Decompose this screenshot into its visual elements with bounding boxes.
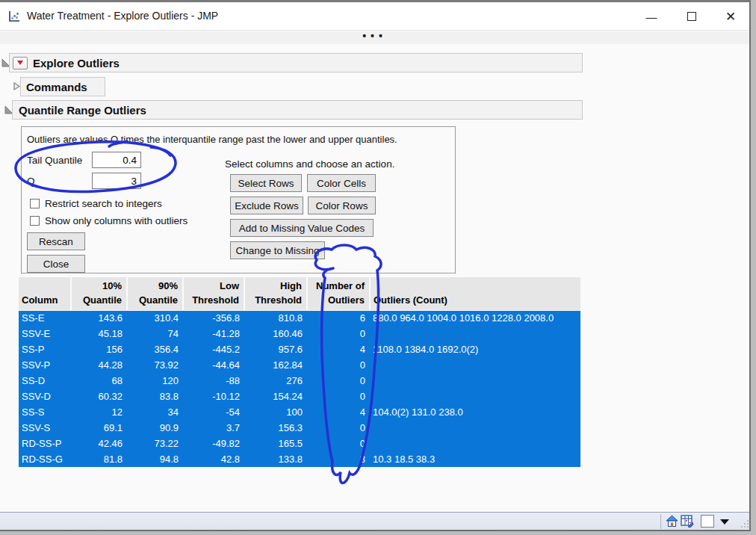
data-table-edit-icon[interactable] [681,515,694,528]
cell-high-threshold[interactable]: 276 [244,373,307,389]
cell-q90[interactable]: 120 [127,373,183,389]
cell-q90[interactable]: 356.4 [127,341,183,357]
explore-outliers-header[interactable]: Explore Outliers [9,53,583,72]
cell-q10[interactable]: 156 [71,341,127,357]
cell-column[interactable]: SS-E [19,310,71,326]
cell-q90[interactable]: 310.4 [127,310,183,326]
cell-number-of-outliers[interactable]: 0 [307,436,370,451]
cell-outliers-list[interactable]: 1108.0 1384.0 1692.0(2) [370,341,580,357]
cell-column[interactable]: RD-SS-P [19,436,71,451]
cell-column[interactable]: SS-D [19,373,71,389]
cell-outliers-list[interactable]: 880.0 964.0 1004.0 1016.0 1228.0 2008.0 [370,310,580,326]
cell-high-threshold[interactable]: 165.5 [244,436,307,451]
column-header-outliers-count[interactable]: Outliers (Count) [370,277,580,310]
cell-q90[interactable]: 94.8 [127,451,183,467]
column-header-low-threshold[interactable]: LowThreshold [183,277,244,310]
q-input[interactable] [92,173,141,189]
cell-q90[interactable]: 90.9 [127,420,183,436]
add-to-missing-value-codes-button[interactable]: Add to Missing Value Codes [230,219,374,237]
cell-outliers-list[interactable]: 104.0(2) 131.0 238.0 [370,404,580,420]
cell-low-threshold[interactable]: -10.12 [183,389,244,404]
dropdown-triangle-icon[interactable] [720,519,729,525]
table-row[interactable]: SS-E 143.6 310.4 -356.8 810.8 6 880.0 96… [19,310,580,326]
cell-q10[interactable]: 69.1 [71,420,127,436]
cell-q90[interactable]: 74 [127,326,183,341]
home-icon[interactable] [666,515,678,528]
cell-column[interactable]: SSV-S [19,420,71,436]
cell-number-of-outliers[interactable]: 4 [307,341,370,357]
cell-outliers-list[interactable] [370,420,580,436]
cell-low-threshold[interactable]: -356.8 [183,310,244,326]
red-triangle-menu-button[interactable] [13,57,28,69]
table-row[interactable]: SS-D 68 120 -88 276 0 [19,373,580,389]
cell-number-of-outliers[interactable]: 0 [307,326,370,341]
column-header-number-of-outliers[interactable]: Number ofOutliers [307,277,370,310]
cell-q10[interactable]: 143.6 [71,310,127,326]
rescan-button[interactable]: Rescan [27,232,85,250]
cell-column[interactable]: SSV-D [19,389,71,404]
cell-low-threshold[interactable]: 3.7 [183,420,244,436]
cell-column[interactable]: SSV-E [19,326,71,341]
cell-outliers-list[interactable] [370,436,580,451]
table-row[interactable]: SS-S 12 34 -54 100 4 104.0(2) 131.0 238.… [19,404,580,420]
change-to-missing-button[interactable]: Change to Missing [230,241,325,259]
quantile-range-outliers-header[interactable]: Quantile Range Outliers [12,100,583,120]
cell-low-threshold[interactable]: -445.2 [183,341,244,357]
cell-number-of-outliers[interactable]: 0 [307,373,370,389]
cell-q90[interactable]: 34 [127,404,183,420]
table-row[interactable]: SSV-S 69.1 90.9 3.7 156.3 0 [19,420,580,436]
maximize-button[interactable] [675,2,709,31]
cell-number-of-outliers[interactable]: 4 [307,404,370,420]
menu-reveal-strip[interactable]: ••• [0,31,749,44]
cell-high-threshold[interactable]: 160.46 [244,326,307,341]
cell-number-of-outliers[interactable]: 0 [307,357,370,373]
cell-column[interactable]: SS-S [19,404,71,420]
menu-dots-handle[interactable]: ••• [362,30,387,42]
cell-q10[interactable]: 60.32 [71,389,127,404]
column-header-q90[interactable]: 90%Quantile [127,277,183,310]
cell-number-of-outliers[interactable]: 0 [307,420,370,436]
cell-high-threshold[interactable]: 162.84 [244,357,307,373]
resize-grip[interactable] [740,519,750,529]
table-row[interactable]: RD-SS-G 81.8 94.8 42.8 133.8 3 10.3 18.5… [19,451,580,467]
cell-q10[interactable]: 44.28 [71,357,127,373]
cell-low-threshold[interactable]: -54 [183,404,244,420]
table-row[interactable]: SSV-P 44.28 73.92 -44.64 162.84 0 [19,357,580,373]
cell-q10[interactable]: 81.8 [71,451,127,467]
color-rows-button[interactable]: Color Rows [308,197,376,214]
table-row[interactable]: SS-P 156 356.4 -445.2 957.6 4 1108.0 138… [19,341,580,357]
close-button[interactable]: Close [27,255,85,273]
cell-low-threshold[interactable]: -44.64 [183,357,244,373]
cell-q10[interactable]: 45.18 [71,326,127,341]
commands-header[interactable]: Commands [20,77,105,96]
cell-q90[interactable]: 73.92 [127,357,183,373]
minimize-button[interactable]: — [634,2,669,31]
cell-number-of-outliers[interactable]: 6 [307,310,370,326]
cell-low-threshold[interactable]: 42.8 [183,451,244,467]
column-header-high-threshold[interactable]: HighThreshold [244,277,307,310]
select-rows-button[interactable]: Select Rows [230,174,302,192]
cell-outliers-list[interactable] [370,373,580,389]
cell-low-threshold[interactable]: -88 [183,373,244,389]
cell-q90[interactable]: 83.8 [127,389,183,404]
table-row[interactable]: SSV-E 45.18 74 -41.28 160.46 0 [19,326,580,341]
table-row[interactable]: SSV-D 60.32 83.8 -10.12 154.24 0 [19,389,580,404]
cell-outliers-list[interactable] [370,357,580,373]
cell-low-threshold[interactable]: -49.82 [183,436,244,451]
column-header-q10[interactable]: 10%Quantile [71,277,127,310]
cell-q10[interactable]: 68 [71,373,127,389]
cell-high-threshold[interactable]: 156.3 [244,420,307,436]
cell-q90[interactable]: 73.22 [127,436,183,451]
table-row[interactable]: RD-SS-P 42.46 73.22 -49.82 165.5 0 [19,436,580,451]
cell-high-threshold[interactable]: 133.8 [244,451,307,467]
cell-column[interactable]: SSV-P [19,357,71,373]
cell-high-threshold[interactable]: 100 [244,404,307,420]
color-cells-button[interactable]: Color Cells [307,174,376,192]
cell-outliers-list[interactable] [370,389,580,404]
cell-q10[interactable]: 42.46 [71,436,127,451]
column-header-column[interactable]: Column [19,277,71,310]
cell-number-of-outliers[interactable]: 0 [307,389,370,404]
exclude-rows-button[interactable]: Exclude Rows [230,197,303,214]
cell-high-threshold[interactable]: 810.8 [244,310,307,326]
cell-outliers-list[interactable] [370,326,580,341]
